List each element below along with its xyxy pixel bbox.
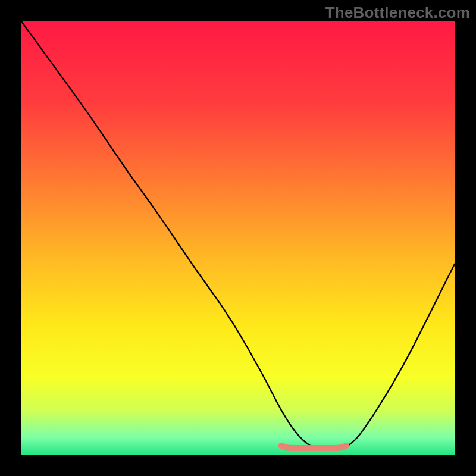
chart-svg <box>0 0 476 476</box>
flat-minimum-marker <box>281 446 346 448</box>
watermark-text: TheBottleneck.com <box>325 4 470 22</box>
chart-frame: TheBottleneck.com <box>0 0 476 476</box>
